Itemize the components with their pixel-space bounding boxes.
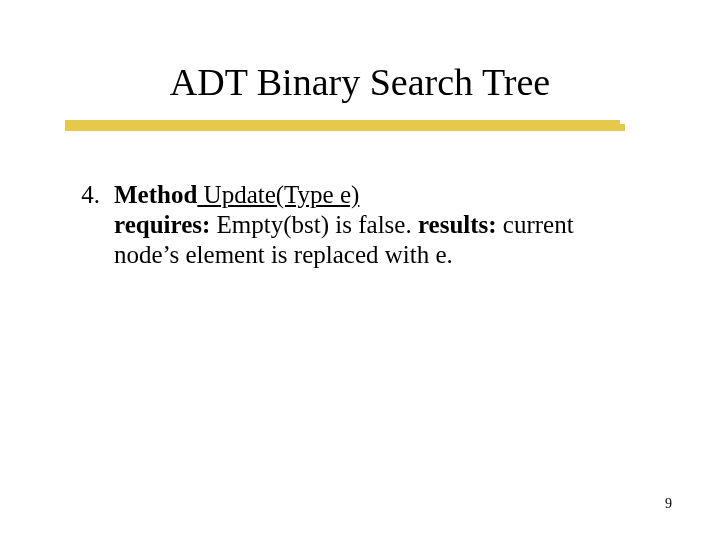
content-block: 4.Method Update(Type e)requires: Empty(b… [70, 180, 650, 270]
page-number: 9 [665, 496, 672, 512]
slide: ADT Binary Search Tree 4.Method Update(T… [0, 0, 720, 540]
requires-text: Empty(bst) is false. [210, 211, 418, 238]
results-label: results: [418, 211, 497, 238]
underline-stroke-thick [65, 124, 625, 131]
list-body: Method Update(Type e)requires: Empty(bst… [114, 180, 634, 270]
list-number: 4. [70, 180, 114, 210]
title-underline [65, 118, 625, 133]
requires-label: requires: [114, 211, 210, 238]
method-signature: Update(Type e) [197, 181, 359, 208]
slide-title: ADT Binary Search Tree [0, 60, 720, 104]
method-label: Method [114, 181, 197, 208]
